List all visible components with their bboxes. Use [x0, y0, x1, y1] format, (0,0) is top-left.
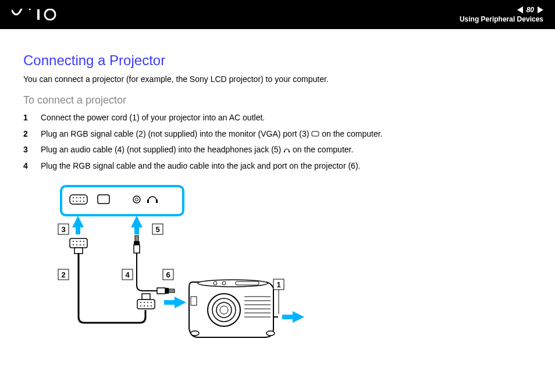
diagram-label-5: 5 [155, 225, 159, 234]
svg-point-17 [136, 198, 138, 201]
svg-point-30 [76, 244, 77, 245]
svg-point-42 [144, 302, 145, 303]
svg-point-16 [133, 196, 140, 203]
svg-point-13 [80, 201, 81, 202]
page-title: Connecting a Projector [23, 52, 532, 69]
svg-point-7 [73, 197, 74, 198]
step-list: 1 Connect the power cord (1) of your pro… [23, 112, 532, 172]
step-item: 2 Plug an RGB signal cable (2) (not supp… [23, 129, 532, 140]
step-number: 3 [23, 144, 31, 156]
svg-rect-76 [282, 315, 293, 319]
svg-point-58 [191, 331, 199, 336]
svg-rect-19 [156, 199, 158, 203]
svg-rect-0 [37, 9, 40, 20]
diagram-label-3: 3 [61, 225, 65, 234]
svg-rect-33 [74, 248, 83, 254]
svg-point-31 [80, 244, 81, 245]
svg-point-26 [76, 241, 77, 242]
svg-rect-36 [134, 245, 140, 253]
svg-rect-5 [61, 186, 183, 215]
svg-rect-23 [134, 227, 139, 234]
svg-point-1 [45, 9, 55, 20]
svg-rect-50 [165, 288, 169, 294]
section-label: Using Peripheral Devices [460, 15, 543, 23]
monitor-port-icon [311, 131, 319, 138]
svg-point-43 [147, 302, 148, 303]
page-header: 80 Using Peripheral Devices [0, 0, 555, 29]
svg-rect-49 [157, 288, 165, 294]
svg-point-41 [140, 302, 141, 303]
svg-point-57 [266, 331, 275, 336]
intro-text: You can connect a projector (for example… [23, 74, 532, 84]
svg-point-62 [220, 306, 228, 314]
step-item: 3 Plug an audio cable (4) (not supplied)… [23, 144, 532, 156]
page-content: Connecting a Projector You can connect a… [0, 29, 555, 372]
svg-rect-39 [142, 294, 150, 300]
svg-point-28 [83, 241, 84, 242]
svg-rect-73 [191, 297, 197, 305]
svg-rect-18 [147, 199, 149, 203]
subheading: To connect a projector [23, 94, 532, 106]
svg-rect-40 [137, 300, 155, 309]
step-text: Plug an audio cable (4) (not supplied) i… [41, 144, 532, 156]
diagram-label-2: 2 [61, 270, 65, 279]
svg-point-11 [73, 201, 74, 202]
svg-point-8 [76, 197, 77, 198]
svg-rect-3 [284, 151, 285, 152]
page-number: 80 [526, 6, 534, 14]
connection-diagram: 3 5 2 4 6 [23, 183, 532, 372]
svg-rect-21 [76, 227, 80, 234]
svg-marker-20 [72, 216, 84, 227]
step-text: Plug an RGB signal cable (2) (not suppli… [41, 129, 532, 140]
svg-point-45 [140, 305, 141, 307]
svg-point-9 [80, 197, 81, 198]
step-item: 1 Connect the power cord (1) of your pro… [23, 112, 532, 124]
step-text: Connect the power cord (1) of your proje… [41, 112, 532, 124]
diagram-label-6: 6 [166, 270, 170, 279]
svg-rect-34 [135, 236, 138, 241]
svg-rect-2 [312, 131, 319, 136]
svg-point-46 [144, 305, 145, 307]
header-right: 80 Using Peripheral Devices [460, 6, 543, 23]
svg-marker-77 [293, 311, 304, 323]
diagram-label-1: 1 [276, 280, 280, 289]
nav-next-icon[interactable] [538, 6, 543, 13]
svg-rect-35 [134, 241, 140, 245]
svg-rect-4 [289, 151, 290, 152]
svg-point-14 [83, 201, 84, 202]
diagram-label-4: 4 [125, 270, 130, 279]
svg-point-25 [73, 241, 74, 242]
step-number: 2 [23, 129, 31, 140]
svg-point-10 [83, 197, 84, 198]
svg-rect-15 [98, 195, 109, 204]
svg-point-47 [147, 305, 148, 307]
svg-rect-55 [164, 300, 175, 305]
step-item: 4 Plug the RGB signal cable and the audi… [23, 161, 532, 172]
svg-point-44 [151, 302, 152, 303]
svg-point-27 [80, 241, 81, 242]
svg-point-48 [151, 305, 152, 307]
svg-rect-6 [70, 195, 87, 204]
vaio-logo [12, 9, 64, 20]
step-text: Plug the RGB signal cable and the audio … [41, 161, 532, 172]
svg-marker-22 [131, 216, 143, 227]
headphone-icon [283, 147, 290, 154]
svg-point-32 [83, 244, 84, 245]
svg-point-12 [76, 201, 77, 202]
step-number: 1 [23, 112, 31, 124]
svg-marker-56 [175, 297, 186, 308]
nav-prev-icon[interactable] [517, 6, 523, 13]
svg-point-69 [198, 280, 268, 287]
page-nav: 80 [460, 6, 543, 14]
svg-rect-51 [169, 289, 175, 293]
projector-icon [189, 280, 275, 337]
step-number: 4 [23, 161, 31, 172]
svg-point-29 [73, 244, 74, 245]
svg-rect-24 [70, 238, 87, 248]
